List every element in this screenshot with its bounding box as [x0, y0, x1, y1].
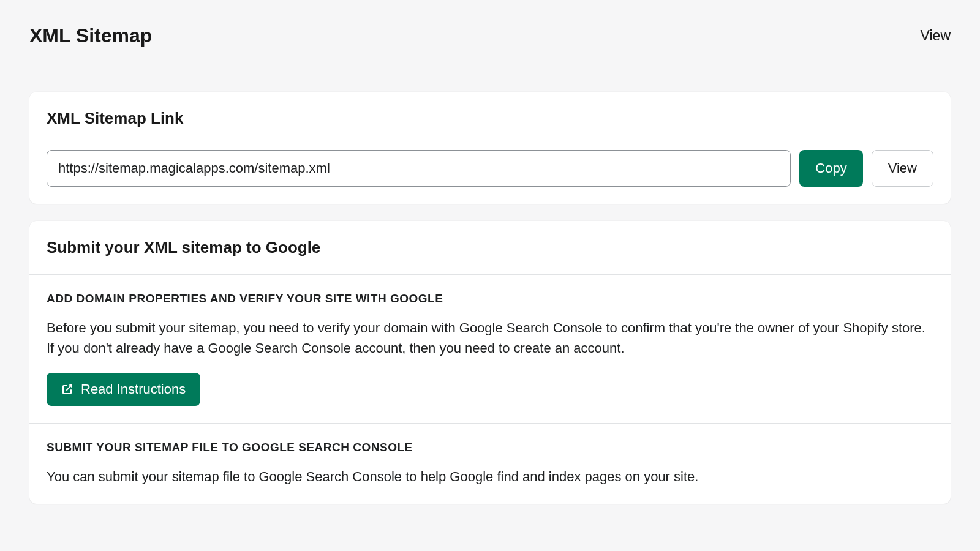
copy-button[interactable]: Copy — [799, 150, 862, 187]
sitemap-link-section: XML Sitemap Link Copy View — [29, 92, 951, 204]
submit-sitemap-body: You can submit your sitemap file to Goog… — [47, 467, 933, 487]
page-title: XML Sitemap — [29, 24, 152, 47]
header-divider — [29, 62, 951, 62]
submit-sitemap-heading: SUBMIT YOUR SITEMAP FILE TO GOOGLE SEARC… — [47, 441, 933, 454]
sitemap-link-title: XML Sitemap Link — [47, 109, 933, 128]
submit-sitemap-section: SUBMIT YOUR SITEMAP FILE TO GOOGLE SEARC… — [29, 424, 951, 504]
sitemap-url-input[interactable] — [47, 150, 791, 187]
read-instructions-label: Read Instructions — [81, 381, 186, 397]
verify-domain-section: ADD DOMAIN PROPERTIES AND VERIFY YOUR SI… — [29, 275, 951, 423]
submit-google-title: Submit your XML sitemap to Google — [29, 221, 951, 274]
sitemap-url-row: Copy View — [47, 150, 933, 187]
sitemap-link-card: XML Sitemap Link Copy View — [29, 92, 951, 204]
view-button[interactable]: View — [872, 150, 933, 187]
verify-domain-heading: ADD DOMAIN PROPERTIES AND VERIFY YOUR SI… — [47, 292, 933, 305]
header-view-link[interactable]: View — [921, 28, 951, 44]
verify-domain-body: Before you submit your sitemap, you need… — [47, 318, 933, 358]
external-link-icon — [61, 383, 74, 395]
page-header: XML Sitemap View — [0, 0, 980, 62]
read-instructions-button[interactable]: Read Instructions — [47, 373, 200, 406]
submit-google-card: Submit your XML sitemap to Google ADD DO… — [29, 221, 951, 504]
